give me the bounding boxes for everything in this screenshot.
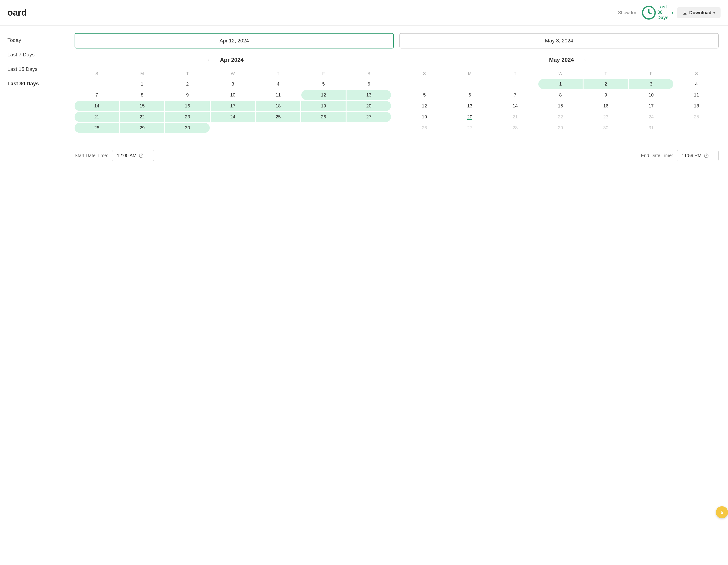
right-d23: 23 xyxy=(584,112,628,122)
bottom-row: Start Date Time: 12:00 AM End Date Time:… xyxy=(75,144,719,161)
right-day-grid: S M T W T F S 1 2 3 4 5 6 xyxy=(402,69,719,133)
right-d5[interactable]: 5 xyxy=(402,90,447,100)
right-d31: 31 xyxy=(629,123,673,133)
left-d5[interactable]: 5 xyxy=(301,79,346,89)
left-d27[interactable]: 27 xyxy=(347,112,391,122)
left-d20[interactable]: 20 xyxy=(347,101,391,111)
right-d10[interactable]: 10 xyxy=(629,90,673,100)
show-for-dropdown[interactable]: Last 30 Days ▾ xyxy=(641,4,673,21)
left-header-s1: S xyxy=(75,69,119,78)
left-d8[interactable]: 8 xyxy=(120,90,165,100)
download-icon xyxy=(683,10,687,15)
left-d12[interactable]: 12 xyxy=(301,90,346,100)
left-w5-t xyxy=(211,123,255,133)
right-d26: 26 xyxy=(402,123,447,133)
right-d19[interactable]: 19 xyxy=(402,112,447,122)
right-calendar: May 2024 › S M T W T F S 1 xyxy=(402,56,719,133)
end-time-value: 11:59 PM xyxy=(682,153,702,158)
right-calendar-nav: May 2024 › xyxy=(402,56,719,64)
right-d8[interactable]: 8 xyxy=(538,90,583,100)
right-d29: 29 xyxy=(538,123,583,133)
left-d17[interactable]: 17 xyxy=(211,101,255,111)
left-header-w: W xyxy=(211,69,255,78)
left-d3[interactable]: 3 xyxy=(211,79,255,89)
left-d25[interactable]: 25 xyxy=(256,112,300,122)
left-d23[interactable]: 23 xyxy=(165,112,210,122)
left-d14[interactable]: 14 xyxy=(75,101,119,111)
right-d1[interactable]: 1 xyxy=(538,79,583,89)
right-d4[interactable]: 4 xyxy=(674,79,719,89)
left-d2[interactable]: 2 xyxy=(165,79,210,89)
right-d16[interactable]: 16 xyxy=(584,101,628,111)
right-next-arrow[interactable]: › xyxy=(581,56,589,64)
left-calendar-title: Apr 2024 xyxy=(220,57,244,63)
right-d12[interactable]: 12 xyxy=(402,101,447,111)
page-title: oard xyxy=(7,8,27,18)
left-d7[interactable]: 7 xyxy=(75,90,119,100)
right-d2[interactable]: 2 xyxy=(584,79,628,89)
right-header-f: F xyxy=(629,69,673,78)
end-time-input[interactable]: 11:59 PM xyxy=(677,150,719,161)
start-time-input[interactable]: 12:00 AM xyxy=(112,150,154,161)
left-day-grid: S M T W T F S 1 2 3 4 5 6 7 xyxy=(75,69,391,133)
sidebar-item-last30[interactable]: Last 30 Days xyxy=(0,76,65,91)
left-w1-s xyxy=(75,79,119,89)
yellow-badge[interactable]: 5 xyxy=(716,506,728,518)
right-d18[interactable]: 18 xyxy=(674,101,719,111)
sidebar-item-last7[interactable]: Last 7 Days xyxy=(0,48,65,62)
left-w5-f xyxy=(301,123,346,133)
left-header-f: F xyxy=(301,69,346,78)
right-d9[interactable]: 9 xyxy=(584,90,628,100)
left-d22[interactable]: 22 xyxy=(120,112,165,122)
right-d22: 22 xyxy=(538,112,583,122)
show-for-value: Last 30 Days xyxy=(657,4,671,21)
end-clock-icon xyxy=(704,153,709,158)
clock-icon xyxy=(641,5,656,20)
left-prev-arrow[interactable]: ‹ xyxy=(205,56,213,64)
right-d6[interactable]: 6 xyxy=(448,90,492,100)
right-d30: 30 xyxy=(584,123,628,133)
left-w5-s xyxy=(347,123,391,133)
left-d18[interactable]: 18 xyxy=(256,101,300,111)
left-d21[interactable]: 21 xyxy=(75,112,119,122)
start-date-input[interactable]: Apr 12, 2024 xyxy=(75,33,394,48)
left-d9[interactable]: 9 xyxy=(165,90,210,100)
right-d13[interactable]: 13 xyxy=(448,101,492,111)
left-header-m: M xyxy=(120,69,165,78)
end-time-group: End Date Time: 11:59 PM xyxy=(641,150,719,161)
right-d15[interactable]: 15 xyxy=(538,101,583,111)
right-d17[interactable]: 17 xyxy=(629,101,673,111)
left-d6[interactable]: 6 xyxy=(347,79,391,89)
chevron-down-icon: ▾ xyxy=(672,11,673,15)
left-d19[interactable]: 19 xyxy=(301,101,346,111)
left-d15[interactable]: 15 xyxy=(120,101,165,111)
left-d29[interactable]: 29 xyxy=(120,123,165,133)
right-d7[interactable]: 7 xyxy=(493,90,537,100)
header: oard Show for: Last 30 Days ▾ Download ▾ xyxy=(0,0,728,26)
right-d28: 28 xyxy=(493,123,537,133)
right-d20[interactable]: 20 xyxy=(448,112,492,122)
left-d1[interactable]: 1 xyxy=(120,79,165,89)
left-d24[interactable]: 24 xyxy=(211,112,255,122)
left-d10[interactable]: 10 xyxy=(211,90,255,100)
left-d4[interactable]: 4 xyxy=(256,79,300,89)
download-button[interactable]: Download ▾ xyxy=(677,7,721,18)
left-d26[interactable]: 26 xyxy=(301,112,346,122)
end-date-input[interactable]: May 3, 2024 xyxy=(399,33,719,48)
right-d21: 21 xyxy=(493,112,537,122)
main-layout: Today Last 7 Days Last 15 Days Last 30 D… xyxy=(0,26,728,565)
right-d14[interactable]: 14 xyxy=(493,101,537,111)
left-d28[interactable]: 28 xyxy=(75,123,119,133)
calendar-container: Apr 12, 2024 May 3, 2024 ‹ Apr 2024 S M … xyxy=(65,26,728,565)
right-d11[interactable]: 11 xyxy=(674,90,719,100)
right-w5-s xyxy=(674,123,719,133)
right-d3[interactable]: 3 xyxy=(629,79,673,89)
left-d13[interactable]: 13 xyxy=(347,90,391,100)
sidebar: Today Last 7 Days Last 15 Days Last 30 D… xyxy=(0,26,65,565)
left-d30[interactable]: 30 xyxy=(165,123,210,133)
sidebar-item-today[interactable]: Today xyxy=(0,33,65,48)
sidebar-item-last15[interactable]: Last 15 Days xyxy=(0,62,65,76)
left-d16[interactable]: 16 xyxy=(165,101,210,111)
left-header-s2: S xyxy=(347,69,391,78)
left-d11[interactable]: 11 xyxy=(256,90,300,100)
